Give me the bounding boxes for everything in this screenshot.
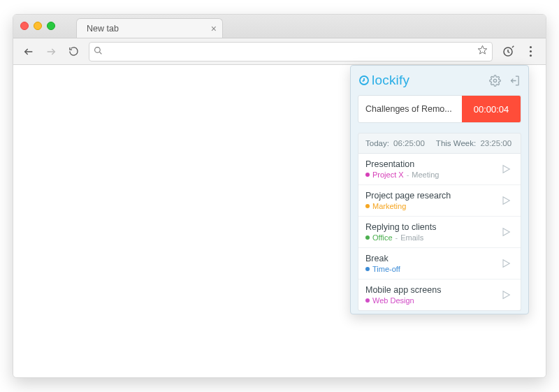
logout-button[interactable] xyxy=(507,73,521,87)
play-button[interactable] xyxy=(498,287,514,303)
arrow-right-icon xyxy=(45,46,57,57)
entry-meta: Project X - Meeting xyxy=(365,170,439,179)
toolbar xyxy=(13,38,546,65)
clockify-logo: lockify xyxy=(358,73,409,88)
reload-button[interactable] xyxy=(64,43,83,61)
bookmark-star-icon[interactable] xyxy=(477,45,488,58)
search-icon xyxy=(94,45,103,58)
project-color-dot xyxy=(365,267,370,271)
time-entry[interactable]: Replying to clientsOffice - Emails xyxy=(358,217,521,248)
entry-info: BreakTime-off xyxy=(365,254,400,273)
week-value: 23:25:00 xyxy=(480,139,511,147)
project-color-dot xyxy=(365,204,370,208)
play-button[interactable] xyxy=(498,256,514,271)
entry-meta: Marketing xyxy=(365,202,451,210)
svg-line-6 xyxy=(512,45,514,47)
project-color-dot xyxy=(365,235,370,240)
timer-stop-button[interactable]: 00:00:04 xyxy=(462,96,521,122)
window-controls xyxy=(20,22,55,30)
entry-title: Break xyxy=(365,254,400,263)
play-button[interactable] xyxy=(498,161,514,177)
logout-icon xyxy=(509,75,521,87)
entry-meta: Office - Emails xyxy=(365,233,436,242)
viewport: lockify Challenges of Remo... 00:00:04 xyxy=(13,65,546,377)
svg-line-3 xyxy=(99,52,101,54)
reload-icon xyxy=(68,46,79,57)
clockify-popup: lockify Challenges of Remo... 00:00:04 xyxy=(350,65,529,314)
settings-button[interactable] xyxy=(488,73,502,87)
browser-window: New tab × xyxy=(13,14,546,378)
project-name: Marketing xyxy=(372,202,406,210)
svg-marker-14 xyxy=(503,291,509,299)
svg-marker-11 xyxy=(503,197,509,205)
active-timer: Challenges of Remo... 00:00:04 xyxy=(358,95,521,123)
menu-dots-icon xyxy=(523,46,538,57)
task-name: Meeting xyxy=(412,170,439,179)
back-button[interactable] xyxy=(19,43,38,61)
play-icon xyxy=(500,289,511,300)
play-icon xyxy=(500,195,511,206)
timer-description[interactable]: Challenges of Remo... xyxy=(358,96,462,122)
meta-separator: - xyxy=(395,233,398,242)
time-entry[interactable]: PresentationProject X - Meeting xyxy=(358,154,521,185)
tab-title: New tab xyxy=(87,24,119,34)
time-summary-row: Today: 06:25:00 This Week: 23:25:00 xyxy=(358,133,521,154)
entry-title: Project page research xyxy=(365,191,451,201)
entry-info: Mobile app screensWeb Design xyxy=(365,285,441,305)
play-icon xyxy=(500,258,511,269)
time-entry[interactable]: Project page researchMarketing xyxy=(358,185,521,217)
entry-title: Replying to clients xyxy=(365,222,436,232)
address-input[interactable] xyxy=(107,46,477,57)
popup-header: lockify xyxy=(358,73,521,88)
today-value: 06:25:00 xyxy=(393,139,425,147)
clockify-logo-text: lockify xyxy=(372,73,409,88)
time-entry[interactable]: BreakTime-off xyxy=(358,248,521,280)
browser-tab[interactable]: New tab × xyxy=(76,18,223,38)
project-color-dot xyxy=(365,173,370,177)
titlebar: New tab × xyxy=(13,15,546,38)
maximize-window-button[interactable] xyxy=(47,22,55,30)
svg-marker-10 xyxy=(503,166,509,173)
project-name: Project X xyxy=(372,170,404,179)
address-bar[interactable] xyxy=(89,42,493,61)
svg-point-2 xyxy=(95,47,101,52)
entry-info: Replying to clientsOffice - Emails xyxy=(365,222,436,242)
gear-icon xyxy=(489,75,501,87)
play-button[interactable] xyxy=(498,193,514,208)
browser-menu-button[interactable] xyxy=(521,43,540,61)
play-button[interactable] xyxy=(498,224,514,240)
forward-button[interactable] xyxy=(41,43,61,61)
today-label: Today: xyxy=(365,139,389,147)
svg-point-8 xyxy=(493,79,496,82)
clock-icon xyxy=(502,45,514,58)
entry-meta: Time-off xyxy=(365,265,400,273)
entry-title: Presentation xyxy=(365,159,439,169)
meta-separator: - xyxy=(407,170,409,179)
tab-close-button[interactable]: × xyxy=(211,24,217,34)
week-label: This Week: xyxy=(436,139,476,147)
entries-list: PresentationProject X - MeetingProject p… xyxy=(358,154,521,311)
popup-header-actions xyxy=(488,73,521,87)
entry-title: Mobile app screens xyxy=(365,285,441,295)
arrow-left-icon xyxy=(23,46,34,57)
svg-marker-13 xyxy=(503,260,509,268)
clockify-logo-icon xyxy=(358,74,370,87)
entry-info: PresentationProject X - Meeting xyxy=(365,159,439,179)
project-color-dot xyxy=(365,298,370,303)
task-name: Emails xyxy=(400,233,423,242)
close-window-button[interactable] xyxy=(20,22,29,30)
time-entry[interactable]: Mobile app screensWeb Design xyxy=(358,280,521,310)
project-name: Time-off xyxy=(372,265,400,273)
today-summary: Today: 06:25:00 xyxy=(365,139,425,147)
minimize-window-button[interactable] xyxy=(34,22,42,30)
week-summary: This Week: 23:25:00 xyxy=(436,139,511,147)
project-name: Web Design xyxy=(372,296,414,305)
entry-info: Project page researchMarketing xyxy=(365,191,451,210)
project-name: Office xyxy=(372,233,393,242)
entry-meta: Web Design xyxy=(365,296,441,305)
play-icon xyxy=(500,164,511,175)
svg-marker-12 xyxy=(503,228,509,236)
play-icon xyxy=(500,226,511,238)
svg-marker-4 xyxy=(478,45,487,54)
clockify-extension-button[interactable] xyxy=(498,43,518,61)
